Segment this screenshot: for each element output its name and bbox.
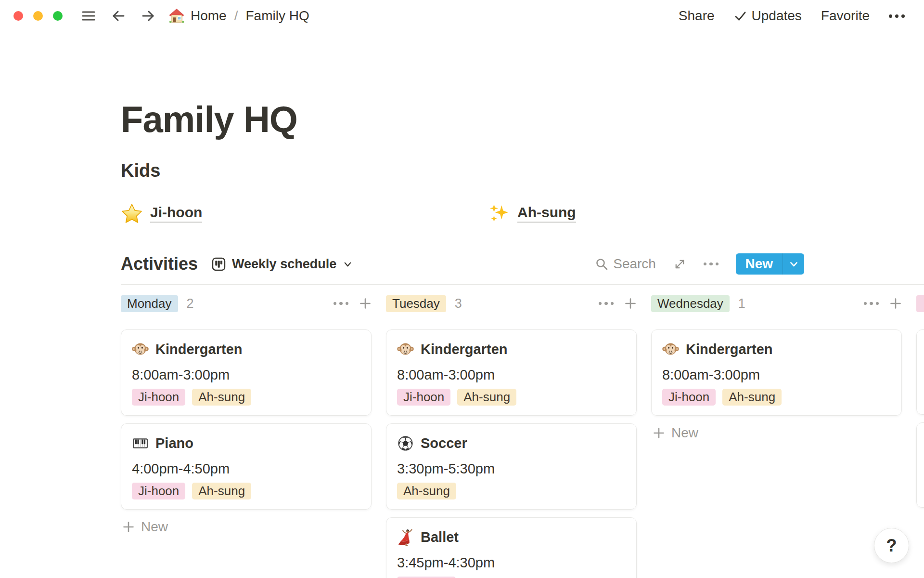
card-title: Kindergarten [155, 342, 242, 357]
zoom-window-button[interactable] [53, 11, 63, 21]
breadcrumb: Home / Family HQ [168, 8, 309, 24]
column-new-label: New [141, 519, 168, 535]
column-count: 3 [455, 296, 462, 311]
back-button[interactable] [111, 8, 126, 24]
column-add-icon[interactable] [359, 297, 372, 310]
breadcrumb-home[interactable]: Home [191, 8, 227, 24]
column-add-icon[interactable] [889, 297, 902, 310]
column-controls [334, 297, 372, 310]
sidebar-menu-icon[interactable] [81, 8, 96, 24]
board: Monday 2 Kindergarten 8:00am-3:00pm Ji-h… [121, 295, 924, 578]
board-card[interactable]: Piano 4:00pm-4:50pm Ji-hoonAh-sung [121, 423, 372, 510]
forward-button[interactable] [141, 8, 156, 24]
sparkles-icon [489, 203, 509, 223]
column-badge[interactable]: Tuesday [386, 295, 446, 312]
page-content: Family HQ Kids Ji-hoon Ah-sung Activitie… [121, 96, 924, 578]
card-tags: Ji-hoonAh-sung [132, 389, 360, 406]
share-button[interactable]: Share [679, 8, 715, 24]
search-button[interactable]: Search [595, 256, 656, 272]
new-button-label: New [736, 253, 783, 275]
new-dropdown-button[interactable] [783, 253, 804, 275]
more-options-icon[interactable] [889, 14, 905, 18]
tag-chip[interactable]: Ji-hoon [662, 389, 716, 406]
new-button[interactable]: New [736, 253, 804, 275]
column-add-icon[interactable] [624, 297, 637, 310]
plus-icon [122, 521, 135, 533]
view-label: Weekly schedule [232, 257, 336, 272]
minimize-window-button[interactable] [33, 11, 43, 21]
tag-chip[interactable]: Ah-sung [722, 389, 782, 406]
card-title-row: Soccer [397, 434, 626, 453]
monkey-icon [662, 341, 679, 358]
updates-button[interactable]: Updates [734, 8, 802, 24]
board-view-icon [211, 257, 226, 272]
close-window-button[interactable] [13, 11, 23, 21]
card-time: 8:00am-3:00pm [397, 367, 626, 383]
view-selector[interactable]: Weekly schedule [211, 257, 353, 272]
database-title[interactable]: Activities [121, 254, 198, 274]
card-tags: Ji-hoonAh-sung [397, 389, 626, 406]
help-button[interactable]: ? [874, 528, 909, 563]
page-link-label: Ah-sung [517, 204, 576, 223]
kid-links-row: Ji-hoon Ah-sung [121, 203, 924, 227]
card-tags: Ji-hoonAh-sung [132, 483, 360, 499]
card-title: Soccer [421, 435, 467, 451]
board-card[interactable]: Ballet 3:45pm-4:30pm [386, 517, 637, 578]
column-badge[interactable] [916, 295, 924, 312]
monkey-icon [397, 341, 414, 358]
board-card[interactable]: Kindergarten 8:00am-3:00pm Ji-hoonAh-sun… [386, 329, 637, 416]
dancer-icon [397, 529, 414, 546]
piano-icon [132, 435, 149, 452]
column-options-icon[interactable] [334, 302, 349, 305]
column-header: Monday 2 [121, 295, 372, 312]
column-badge[interactable]: Wednesday [651, 295, 730, 312]
column-controls [864, 297, 902, 310]
tag-chip[interactable]: Ah-sung [397, 483, 456, 499]
column-header: Tuesday 3 [386, 295, 637, 312]
column-header [916, 295, 924, 312]
favorite-button[interactable]: Favorite [821, 8, 870, 24]
view-options-icon[interactable] [704, 263, 719, 266]
board-card[interactable]: Soccer 3:30pm-5:30pm Ah-sung [386, 423, 637, 510]
database-actions: Search New [595, 253, 804, 275]
board-card[interactable] [916, 329, 924, 415]
tag-chip[interactable]: Ah-sung [192, 389, 251, 406]
search-label: Search [613, 256, 656, 272]
card-tags: Ji-hoonAh-sung [662, 389, 891, 406]
column-new-button[interactable]: New [651, 425, 902, 441]
page-link-jihoon[interactable]: Ji-hoon [122, 203, 202, 223]
star-icon [122, 203, 142, 223]
tag-chip[interactable]: Ah-sung [192, 483, 251, 499]
page-link-label: Ji-hoon [150, 204, 202, 223]
column-count: 1 [738, 296, 745, 311]
column-header: Wednesday 1 [651, 295, 902, 312]
card-time: 4:00pm-4:50pm [132, 460, 360, 477]
breadcrumb-page[interactable]: Family HQ [245, 8, 309, 24]
updates-label: Updates [752, 8, 802, 24]
card-title-row: Kindergarten [397, 340, 626, 359]
column-options-icon[interactable] [864, 302, 879, 305]
monkey-icon [132, 341, 149, 358]
tag-chip[interactable]: Ji-hoon [132, 389, 185, 406]
topbar-actions: Share Updates Favorite [679, 8, 905, 24]
tag-chip[interactable]: Ji-hoon [397, 389, 450, 406]
column-controls [599, 297, 637, 310]
column-options-icon[interactable] [599, 302, 614, 305]
tag-chip[interactable]: Ah-sung [457, 389, 516, 406]
board-card[interactable] [916, 422, 924, 508]
card-time: 8:00am-3:00pm [662, 367, 891, 383]
kids-heading: Kids [121, 159, 924, 182]
column-new-button[interactable]: New [121, 519, 372, 535]
expand-icon[interactable] [673, 258, 686, 271]
tag-chip[interactable]: Ji-hoon [132, 483, 185, 499]
board-card[interactable]: Kindergarten 8:00am-3:00pm Ji-hoonAh-sun… [121, 329, 372, 416]
column-count: 2 [187, 296, 194, 311]
page-link-ahsung[interactable]: Ah-sung [489, 203, 576, 223]
database-toolbar: Activities Weekly schedule Search New [121, 252, 924, 276]
column-badge[interactable]: Monday [121, 295, 178, 312]
card-title: Piano [155, 435, 193, 451]
card-title: Kindergarten [686, 342, 772, 357]
card-list: Kindergarten 8:00am-3:00pm Ji-hoonAh-sun… [121, 329, 372, 510]
board-card[interactable]: Kindergarten 8:00am-3:00pm Ji-hoonAh-sun… [651, 329, 902, 416]
window-topbar: Home / Family HQ Share Updates Favorite [0, 0, 924, 32]
